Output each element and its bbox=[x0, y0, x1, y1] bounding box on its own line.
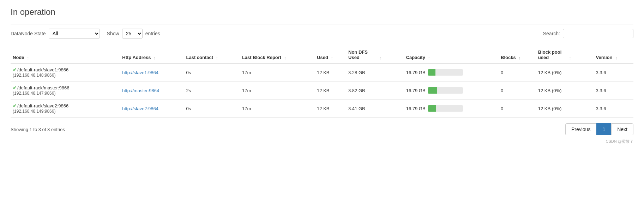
watermark: CSDN @雾散了 bbox=[11, 139, 633, 144]
entries-label: entries bbox=[145, 31, 160, 36]
datanode-state-select[interactable]: All Live Dead Decommissioning bbox=[49, 29, 100, 39]
show-entries-control: Show 10 25 50 100 entries bbox=[107, 29, 160, 39]
sort-icon-capacity: ↕ bbox=[428, 56, 430, 60]
node-ip: (192.168.48.147:9866) bbox=[13, 91, 55, 96]
show-entries-select[interactable]: 10 25 50 100 bbox=[122, 29, 143, 39]
cell-http-address: http://slave1:9864 bbox=[120, 63, 184, 82]
col-version[interactable]: Version ↕ bbox=[594, 47, 634, 63]
col-blocks[interactable]: Blocks ↕ bbox=[499, 47, 536, 63]
controls-bar: DataNode State All Live Dead Decommissio… bbox=[11, 24, 633, 43]
capacity-bar bbox=[428, 69, 463, 76]
cell-blocks: 0 bbox=[499, 100, 536, 118]
pagination-buttons: Previous 1 Next bbox=[565, 123, 633, 135]
col-capacity[interactable]: Capacity ↕ bbox=[404, 47, 499, 63]
check-icon: ✔ bbox=[13, 67, 17, 72]
capacity-bar bbox=[428, 87, 463, 94]
sort-icon-block-pool-used: ↕ bbox=[569, 56, 571, 60]
cell-http-address: http://slave2:9864 bbox=[120, 100, 184, 118]
sort-icon-http-address: ↕ bbox=[154, 56, 156, 60]
sort-icon-used: ↕ bbox=[331, 56, 333, 60]
capacity-value: 16.79 GB bbox=[406, 106, 426, 111]
cell-blocks: 0 bbox=[499, 63, 536, 82]
table-row: ✔/default-rack/slave2:9866(192.168.48.14… bbox=[11, 100, 633, 118]
cell-block-pool-used: 12 KB (0%) bbox=[536, 100, 594, 118]
capacity-bar bbox=[428, 105, 463, 112]
sort-icon-last-block-report: ↕ bbox=[284, 56, 286, 60]
cell-capacity: 16.79 GB bbox=[404, 100, 499, 118]
node-name: /default-rack/master:9866 bbox=[17, 85, 69, 90]
sort-icon-non-dfs-used: ↕ bbox=[379, 56, 381, 60]
cell-last-block-report: 17m bbox=[240, 100, 315, 118]
pagination-area: Showing 1 to 3 of 3 entries Previous 1 N… bbox=[11, 123, 633, 135]
table-row: ✔/default-rack/slave1:9866(192.168.48.14… bbox=[11, 63, 633, 82]
previous-button[interactable]: Previous bbox=[565, 123, 596, 135]
capacity-bar-fill bbox=[428, 105, 436, 112]
cell-node: ✔/default-rack/slave1:9866(192.168.48.14… bbox=[11, 63, 120, 82]
col-non-dfs-used[interactable]: Non DFS Used ↕ bbox=[346, 47, 404, 63]
cell-used: 12 KB bbox=[315, 82, 346, 100]
search-label: Search: bbox=[543, 31, 560, 36]
col-node[interactable]: Node ↕ bbox=[11, 47, 120, 63]
table-row: ✔/default-rack/master:9866(192.168.48.14… bbox=[11, 82, 633, 100]
cell-node: ✔/default-rack/slave2:9866(192.168.48.14… bbox=[11, 100, 120, 118]
capacity-value: 16.79 GB bbox=[406, 70, 426, 75]
capacity-value: 16.79 GB bbox=[406, 88, 426, 93]
cell-used: 12 KB bbox=[315, 100, 346, 118]
cell-capacity: 16.79 GB bbox=[404, 82, 499, 100]
node-name: /default-rack/slave1:9866 bbox=[17, 67, 68, 72]
page-1-button[interactable]: 1 bbox=[596, 123, 611, 135]
sort-icon-blocks: ↕ bbox=[519, 56, 521, 60]
sort-icon-last-contact: ↕ bbox=[216, 56, 218, 60]
cell-blocks: 0 bbox=[499, 82, 536, 100]
sort-icon-version: ↕ bbox=[615, 56, 617, 60]
cell-capacity: 16.79 GB bbox=[404, 63, 499, 82]
cell-last-block-report: 17m bbox=[240, 82, 315, 100]
cell-version: 3.3.6 bbox=[594, 100, 634, 118]
cell-non-dfs-used: 3.28 GB bbox=[346, 63, 404, 82]
col-block-pool-used[interactable]: Block pool used ↕ bbox=[536, 47, 594, 63]
controls-left: DataNode State All Live Dead Decommissio… bbox=[11, 29, 160, 39]
search-input[interactable] bbox=[563, 29, 633, 38]
cell-non-dfs-used: 3.82 GB bbox=[346, 82, 404, 100]
search-control: Search: bbox=[543, 29, 633, 38]
page-title: In operation bbox=[11, 7, 633, 17]
cell-last-contact: 0s bbox=[184, 63, 240, 82]
cell-last-contact: 0s bbox=[184, 100, 240, 118]
http-address-link[interactable]: http://slave1:9864 bbox=[122, 70, 158, 75]
col-http-address[interactable]: Http Address ↕ bbox=[120, 47, 184, 63]
col-last-block-report[interactable]: Last Block Report ↕ bbox=[240, 47, 315, 63]
capacity-bar-fill bbox=[428, 87, 437, 94]
node-ip: (192.168.48.149:9866) bbox=[13, 109, 55, 114]
sort-icon-node: ↕ bbox=[27, 56, 29, 60]
col-used[interactable]: Used ↕ bbox=[315, 47, 346, 63]
node-ip: (192.168.48.148:9866) bbox=[13, 73, 55, 78]
col-last-contact[interactable]: Last contact ↕ bbox=[184, 47, 240, 63]
next-button[interactable]: Next bbox=[611, 123, 633, 135]
cell-last-contact: 2s bbox=[184, 82, 240, 100]
http-address-link[interactable]: http://slave2:9864 bbox=[122, 106, 158, 111]
cell-used: 12 KB bbox=[315, 63, 346, 82]
check-icon: ✔ bbox=[13, 85, 17, 90]
node-name: /default-rack/slave2:9866 bbox=[17, 103, 68, 108]
cell-non-dfs-used: 3.41 GB bbox=[346, 100, 404, 118]
cell-version: 3.3.6 bbox=[594, 82, 634, 100]
cell-block-pool-used: 12 KB (0%) bbox=[536, 82, 594, 100]
cell-last-block-report: 17m bbox=[240, 63, 315, 82]
datanode-state-label: DataNode State bbox=[11, 31, 46, 36]
cell-version: 3.3.6 bbox=[594, 63, 634, 82]
http-address-link[interactable]: http://master:9864 bbox=[122, 88, 159, 93]
pagination-info: Showing 1 to 3 of 3 entries bbox=[11, 127, 65, 132]
check-icon: ✔ bbox=[13, 103, 17, 108]
cell-block-pool-used: 12 KB (0%) bbox=[536, 63, 594, 82]
capacity-bar-fill bbox=[428, 69, 435, 76]
show-label: Show bbox=[107, 31, 119, 36]
datanode-table: Node ↕ Http Address ↕ Last contact ↕ Las… bbox=[11, 47, 633, 118]
datanode-state-control: DataNode State All Live Dead Decommissio… bbox=[11, 29, 100, 39]
table-header-row: Node ↕ Http Address ↕ Last contact ↕ Las… bbox=[11, 47, 633, 63]
cell-node: ✔/default-rack/master:9866(192.168.48.14… bbox=[11, 82, 120, 100]
cell-http-address: http://master:9864 bbox=[120, 82, 184, 100]
